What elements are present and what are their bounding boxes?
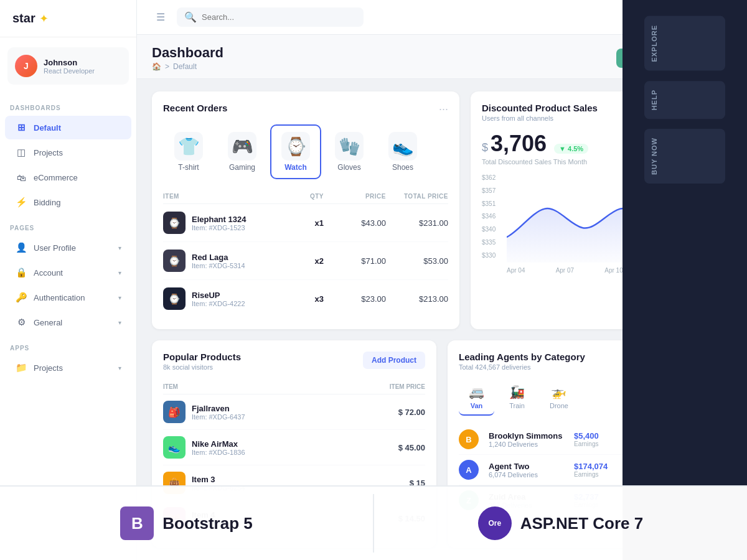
pages-section-label: PAGES: [0, 215, 136, 235]
agent-name-1: Agent Two: [489, 462, 569, 471]
bootstrap-icon: B: [120, 506, 154, 540]
table-row: ⌚ Red Laga Item: #XDG-5314 x2 $71.00 $53…: [163, 242, 448, 280]
agent-tab-drone[interactable]: 🚁 Drone: [540, 380, 578, 416]
bidding-icon: ⚡: [15, 196, 27, 208]
agent-info-1: Agent Two 6,074 Deliveries: [489, 462, 569, 478]
product-price-1: $ 45.00: [350, 443, 425, 452]
col-product-price: ITEM PRICE: [350, 383, 425, 390]
sidebar-item-bidding[interactable]: ⚡ Bidding: [5, 190, 131, 214]
drone-label: Drone: [550, 402, 568, 409]
y-label-6: $330: [482, 252, 496, 259]
y-label-3: $346: [482, 213, 496, 220]
price-1: $71.00: [324, 256, 386, 266]
train-icon: 🚂: [509, 385, 525, 399]
agents-title-area: Leading Agents by Category Total 424,567…: [459, 352, 585, 371]
sidebar-item-label-bidding: Bidding: [34, 198, 60, 207]
auth-icon: 🔑: [15, 291, 27, 304]
sidebar-toggle-button[interactable]: ☰: [152, 9, 169, 26]
x-label-0: Apr 04: [507, 267, 525, 274]
sidebar-item-authentication[interactable]: 🔑 Authentication ▾: [5, 286, 131, 309]
qty-0: x1: [274, 218, 324, 228]
gloves-icon: 🧤: [335, 132, 364, 161]
chevron-icon: ▾: [118, 245, 121, 251]
product-id-0: Item: #XDG-6437: [192, 413, 245, 421]
col-qty: QTY: [274, 193, 324, 200]
sidebar-item-default[interactable]: ⊞ Default: [5, 116, 131, 139]
bootstrap-promo: B Bootstrap 5: [0, 494, 374, 553]
help-button[interactable]: Help: [644, 81, 725, 119]
orders-card-title: Recent Orders: [163, 103, 227, 113]
item-details-1: Red Laga Item: #XDG-5314: [192, 253, 245, 269]
sidebar-item-user-profile[interactable]: 👤 User Profile ▾: [5, 236, 131, 259]
sales-title-area: Discounted Product Sales Users from all …: [482, 103, 598, 122]
currency-symbol: $: [482, 141, 488, 154]
logo-area: star✦: [0, 0, 136, 37]
sidebar-item-apps-projects[interactable]: 📁 Projects ▾: [5, 356, 131, 380]
sidebar-item-account[interactable]: 🔒 Account ▾: [5, 261, 131, 284]
orders-menu-icon[interactable]: ···: [439, 103, 448, 116]
sidebar-item-projects[interactable]: ◫ Projects: [5, 141, 131, 164]
grid-icon: ⊞: [15, 121, 27, 134]
logo-star-icon: ✦: [39, 12, 49, 26]
product-details-1: Nike AirMax Item: #XDG-1836: [192, 439, 245, 456]
sidebar-item-ecommerce[interactable]: 🛍 eCommerce: [5, 166, 131, 189]
item-name-1: Red Laga: [192, 253, 245, 262]
explore-button[interactable]: Explore: [644, 16, 725, 71]
orders-card-header: Recent Orders ···: [163, 103, 448, 116]
drone-icon: 🚁: [551, 385, 566, 399]
item-id-2: Item: #XDG-4222: [192, 300, 245, 307]
agent-tab-van[interactable]: 🚐 Van: [459, 380, 494, 416]
sidebar-item-label-projects: Projects: [34, 148, 63, 157]
cat-tab-gaming[interactable]: 🎮 Gaming: [217, 124, 268, 179]
tshirt-icon: 👕: [174, 132, 203, 161]
y-label-5: $335: [482, 239, 496, 246]
buy-now-button[interactable]: Buy now: [644, 129, 725, 184]
aspnet-label: ASP.NET Core 7: [520, 514, 643, 533]
agent-earnings-area-1: $174,074 Earnings: [574, 462, 624, 478]
list-item: 👟 Nike AirMax Item: #XDG-1836 $ 45.00: [163, 430, 425, 465]
add-product-button[interactable]: Add Product: [363, 352, 425, 369]
cat-tab-gloves[interactable]: 🧤 Gloves: [324, 124, 375, 179]
projects-icon: ◫: [15, 146, 27, 159]
agent-avatar-1: A: [459, 460, 479, 480]
shoes-label: Shoes: [392, 163, 413, 172]
dashboards-section-label: DASHBOARDS: [0, 95, 136, 115]
item-name-2: RiseUP: [192, 291, 245, 300]
van-icon: 🚐: [469, 385, 484, 399]
user-profile-icon: 👤: [15, 241, 27, 254]
van-label: Van: [471, 402, 483, 409]
recent-orders-card: Recent Orders ··· 👕 T-shirt 🎮 Gaming ⌚: [152, 91, 459, 329]
search-input[interactable]: [202, 12, 356, 22]
product-price-0: $ 72.00: [350, 408, 425, 417]
apps-section-label: APPS: [0, 335, 136, 355]
agent-deliveries-1: 6,074 Deliveries: [489, 471, 569, 478]
user-profile-card[interactable]: J Johnson React Developer: [7, 47, 129, 85]
watch-icon: ⌚: [281, 132, 310, 161]
sales-card-subtitle: Users from all channels: [482, 114, 598, 122]
gloves-label: Gloves: [337, 163, 360, 172]
product-img-1: 👟: [163, 436, 186, 459]
right-panel: Explore Help Buy now: [622, 0, 747, 560]
col-item: ITEM: [163, 193, 274, 200]
cat-tab-tshirt[interactable]: 👕 T-shirt: [163, 124, 214, 179]
sales-badge: ▼ 4.5%: [554, 144, 588, 154]
user-role: React Developer: [44, 67, 95, 75]
orders-table-header: ITEM QTY PRICE TOTAL PRICE: [163, 189, 448, 204]
cat-tab-shoes[interactable]: 👟 Shoes: [377, 124, 428, 179]
sidebar-item-general[interactable]: ⚙ General ▾: [5, 310, 131, 334]
price-0: $43.00: [324, 218, 386, 228]
cat-tab-watch[interactable]: ⌚ Watch: [270, 124, 321, 179]
item-id-0: Item: #XDG-1523: [192, 224, 246, 231]
total-0: $231.00: [386, 218, 448, 228]
page-title: Dashboard: [152, 45, 223, 61]
search-box[interactable]: 🔍: [177, 7, 364, 27]
product-id-1: Item: #XDG-1836: [192, 449, 245, 456]
watch-label: Watch: [284, 163, 307, 172]
sidebar: star✦ J Johnson React Developer DASHBOAR…: [0, 0, 137, 560]
table-row: ⌚ RiseUP Item: #XDG-4222 x3 $23.00 $213.…: [163, 280, 448, 317]
agents-subtitle: Total 424,567 deliveries: [459, 363, 585, 371]
sidebar-item-label-default: Default: [34, 123, 61, 133]
agent-tab-train[interactable]: 🚂 Train: [499, 380, 535, 416]
breadcrumb-separator: >: [165, 62, 169, 71]
agent-info-0: Brooklyn Simmons 1,240 Deliveries: [489, 431, 569, 448]
